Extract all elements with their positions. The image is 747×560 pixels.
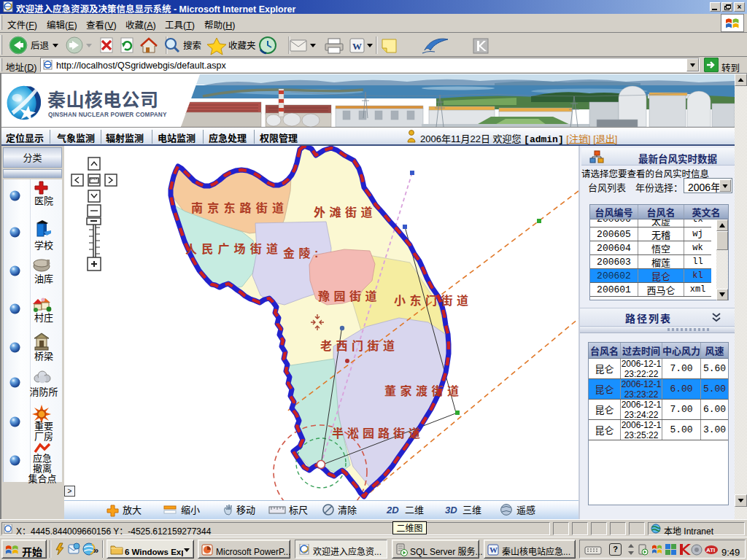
svg-text:金陵:: 金陵: xyxy=(283,244,322,261)
svg-text:搜索: 搜索 xyxy=(183,38,201,52)
svg-text:标尺: 标尺 xyxy=(289,502,308,516)
svg-text:遥感: 遥感 xyxy=(516,502,535,516)
svg-text:ATI: ATI xyxy=(706,547,715,553)
svg-text:缩小: 缩小 xyxy=(181,502,200,516)
svg-text:2D: 2D xyxy=(386,505,399,516)
svg-text:后退: 后退 xyxy=(31,38,50,52)
svg-text:放大: 放大 xyxy=(123,502,142,516)
svg-text:半淞园路街道: 半淞园路街道 xyxy=(332,424,424,441)
svg-text:移动: 移动 xyxy=(236,502,255,516)
svg-text:二维: 二维 xyxy=(405,502,424,516)
svg-text:小东门街道: 小东门街道 xyxy=(394,291,473,308)
svg-text:人民广场街道: 人民广场街道 xyxy=(185,239,282,257)
svg-text:W: W xyxy=(352,41,362,52)
svg-text:收藏夹: 收藏夹 xyxy=(228,38,256,52)
svg-text:外滩街道: 外滩街道 xyxy=(314,203,376,220)
svg-text:老西门街道: 老西门街道 xyxy=(320,336,399,354)
svg-text:清除: 清除 xyxy=(338,502,357,516)
svg-text:董家渡街道: 董家渡街道 xyxy=(384,381,463,399)
svg-text:W: W xyxy=(489,545,498,554)
svg-text:三维: 三维 xyxy=(462,502,481,516)
svg-text:豫园街道: 豫园街道 xyxy=(318,287,381,304)
svg-text:南京东路街道: 南京东路街道 xyxy=(191,198,288,216)
svg-text:3D: 3D xyxy=(445,505,457,516)
